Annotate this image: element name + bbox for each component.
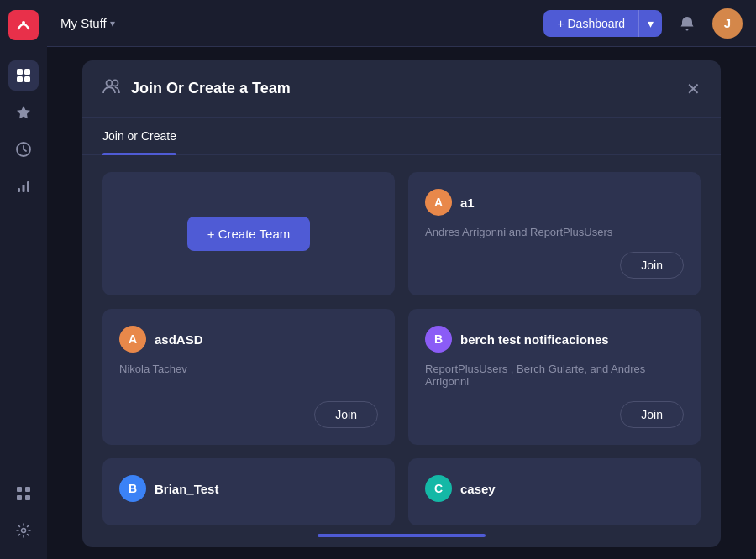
partial-row: B Brian_Test C casey: [102, 458, 701, 525]
tab-join-or-create[interactable]: Join or Create: [102, 118, 176, 154]
notifications-bell-icon[interactable]: [672, 8, 702, 39]
svg-rect-7: [23, 185, 25, 192]
sidebar-bottom: [8, 478, 39, 559]
team-avatar-asdASD: A: [119, 326, 146, 353]
modal-body: + Create Team A a1 Andres Arrigonni and …: [82, 155, 721, 534]
team-info-asdASD: A asdASD: [119, 326, 378, 353]
app-logo[interactable]: [8, 10, 39, 40]
dashboard-button[interactable]: + Dashboard: [543, 10, 638, 37]
sidebar-item-analytics[interactable]: [8, 171, 39, 201]
dashboard-dropdown-button[interactable]: ▾: [638, 10, 662, 37]
svg-rect-8: [27, 181, 29, 192]
modal-overlay: Join Or Create a Team ✕ Join or Create +…: [47, 47, 756, 559]
team-info-casey: C casey: [425, 475, 684, 502]
sidebar-item-favorites[interactable]: [8, 97, 39, 128]
team-info-berch: B berch test notificaciones: [425, 326, 684, 353]
create-team-button[interactable]: + Create Team: [187, 217, 311, 251]
sidebar-item-teams[interactable]: [8, 60, 39, 91]
join-button-a1[interactable]: Join: [620, 252, 684, 279]
svg-rect-3: [17, 76, 23, 82]
svg-rect-1: [17, 69, 23, 75]
team-card-asdASD: A asdASD Nikola Tachev Join: [102, 309, 395, 445]
team-name-brian: Brian_Test: [155, 482, 218, 496]
svg-rect-4: [24, 76, 30, 82]
sidebar-item-grid[interactable]: [8, 478, 39, 509]
user-avatar[interactable]: J: [712, 8, 743, 39]
team-card-brian: B Brian_Test: [102, 458, 395, 525]
team-members-asdASD: Nikola Tachev: [119, 363, 378, 375]
team-info-a1: A a1: [425, 189, 684, 216]
svg-point-15: [113, 81, 118, 86]
team-actions-berch: Join: [425, 401, 684, 428]
team-info-brian: B Brian_Test: [119, 475, 378, 502]
content-area: Join Or Create a Team ✕ Join or Create +…: [47, 47, 756, 559]
team-card-casey: C casey: [408, 458, 701, 525]
svg-point-13: [22, 529, 26, 533]
svg-rect-9: [17, 487, 22, 492]
modal-close-button[interactable]: ✕: [686, 81, 701, 97]
team-name-a1: a1: [460, 196, 475, 210]
topbar-title[interactable]: My Stuff ▾: [60, 16, 115, 30]
team-card-a1: A a1 Andres Arrigonni and ReportPlusUser…: [408, 172, 701, 295]
team-avatar-brian: B: [119, 475, 146, 502]
team-card-berch: B berch test notificaciones ReportPlusUs…: [408, 309, 701, 445]
sidebar: [0, 0, 47, 559]
join-button-berch[interactable]: Join: [620, 401, 684, 428]
team-members-berch: ReportPlusUsers , Berch Gularte, and And…: [425, 363, 684, 388]
topbar-title-text: My Stuff: [60, 16, 107, 30]
svg-point-0: [22, 21, 25, 24]
join-button-asdASD[interactable]: Join: [314, 401, 378, 428]
team-grid: + Create Team A a1 Andres Arrigonni and …: [102, 172, 701, 445]
sidebar-item-settings[interactable]: [8, 515, 39, 546]
modal-header-icon: [102, 77, 121, 100]
dashboard-button-group: + Dashboard ▾: [543, 10, 662, 37]
team-avatar-a1: A: [425, 189, 452, 216]
modal-tabs: Join or Create: [82, 118, 721, 155]
team-actions-asdASD: Join: [119, 401, 378, 428]
modal-title: Join Or Create a Team: [131, 80, 676, 97]
sidebar-item-recent[interactable]: [8, 134, 39, 165]
team-avatar-berch: B: [425, 326, 452, 353]
topbar-chevron-icon: ▾: [110, 18, 115, 29]
team-actions-a1: Join: [425, 252, 684, 279]
svg-rect-2: [24, 69, 30, 75]
svg-rect-10: [25, 487, 30, 492]
modal-header: Join Or Create a Team ✕: [82, 60, 721, 118]
svg-rect-11: [17, 495, 22, 500]
join-create-modal: Join Or Create a Team ✕ Join or Create +…: [82, 60, 721, 547]
team-members-a1: Andres Arrigonni and ReportPlusUsers: [425, 226, 684, 238]
scrollbar-indicator: [318, 534, 486, 537]
main-area: My Stuff ▾ + Dashboard ▾ J: [47, 0, 756, 559]
svg-point-14: [107, 81, 113, 86]
svg-rect-6: [18, 188, 20, 192]
team-name-casey: casey: [460, 482, 496, 496]
team-avatar-casey: C: [425, 475, 452, 502]
create-team-card: + Create Team: [102, 172, 395, 295]
team-name-berch: berch test notificaciones: [460, 332, 609, 347]
team-name-asdASD: asdASD: [155, 332, 203, 347]
topbar: My Stuff ▾ + Dashboard ▾ J: [47, 0, 756, 47]
svg-rect-12: [25, 495, 30, 500]
